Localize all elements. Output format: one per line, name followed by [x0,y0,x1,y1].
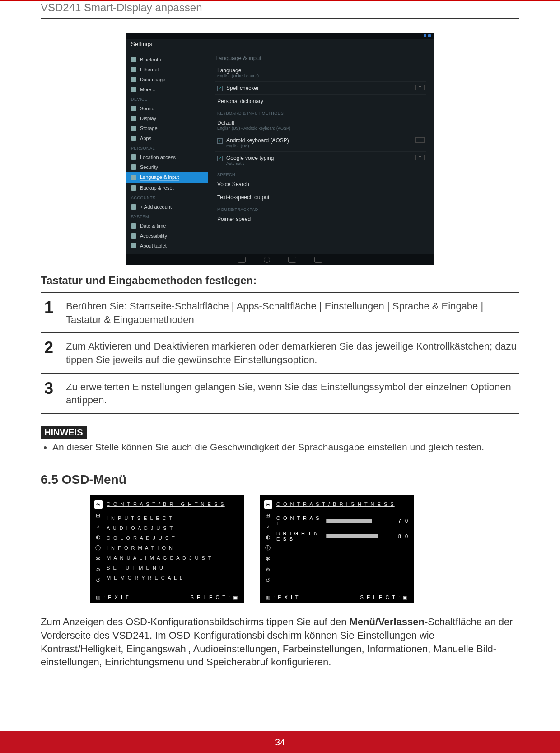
osd-slider-row[interactable]: B R I G H T N E S S8 0 [276,529,409,544]
android-setting-row[interactable]: Pointer speed [215,213,426,225]
android-setting-row[interactable]: Android keyboard (AOSP)English (US) [215,134,426,152]
setting-subtitle: English (US) - Android keyboard (AOSP) [217,126,290,131]
android-side-item[interactable]: Backup & reset [126,183,208,193]
android-setting-row[interactable]: Personal dictionary [215,95,426,108]
osd-category-icon[interactable]: ⚙ [264,566,272,574]
android-side-item[interactable]: Date & time [126,221,208,231]
android-side-item[interactable]: About tablet [126,241,208,251]
android-side-item-label: Apps [140,136,151,141]
settings-gear-icon[interactable] [415,155,425,160]
page-header-title: VSD241 Smart-Display anpassen [41,1,519,18]
page-number: 34 [275,737,285,748]
section-heading-6-5: 6.5 OSD-Menü [41,472,519,487]
sidebar-glyph-icon [131,164,136,170]
step-text: Berühren Sie: Startseite-Schaltfläche | … [66,299,519,326]
android-side-item[interactable]: Data usage [126,75,208,84]
hinweis-label: HINWEIS [41,426,87,439]
osd-slider-track[interactable] [326,519,392,523]
osd-menu-item[interactable]: I N F O R M A T I O N [107,543,239,553]
osd-select-hint: S E L E C T : ▣ [191,594,238,600]
osd-category-icon[interactable]: ⊞ [94,511,103,519]
osd-category-icon[interactable]: ↺ [94,576,103,585]
hinweis-item: An dieser Stelle können Sie auch die Ges… [52,442,519,453]
osd-menu-item[interactable]: A U D I O A D J U S T [107,523,239,533]
osd-category-icon[interactable]: ◐ [264,533,272,541]
android-side-item-label: Bluetooth [140,57,161,62]
settings-gear-icon[interactable] [415,85,425,90]
android-back-icon[interactable] [238,257,246,263]
sidebar-glyph-icon [131,154,136,160]
android-side-item[interactable]: Bluetooth [126,55,208,65]
step-number: 2 [41,340,57,366]
android-side-item[interactable]: Sound [126,103,208,113]
android-app-title: Settings [126,39,434,51]
osd-exit-hint: ▥ : E X I T [266,594,299,600]
sidebar-glyph-icon [131,175,136,180]
osd-category-icon[interactable]: ♪ [264,522,272,530]
checkbox-icon[interactable] [217,138,223,144]
osd-menu-item[interactable]: C O N T R A S T / B R I G H T N E S S [107,500,239,510]
osd-menu-item[interactable]: M A N U A L I M A G E A D J U S T [107,553,239,563]
android-setting-row[interactable]: Google voice typingAutomatic [215,152,426,169]
step-row: 1Berühren Sie: Startseite-Schaltfläche |… [41,293,519,333]
osd-category-icon[interactable]: ♪ [94,522,103,530]
android-setting-row[interactable]: LanguageEnglish (United States) [215,64,426,82]
android-side-item[interactable]: Storage [126,123,208,133]
osd-category-icon[interactable]: ⚙ [94,566,103,574]
android-side-item-label: Data usage [140,77,165,82]
android-section-head: KEYBOARD & INPUT METHODS [215,108,426,117]
android-side-item-label: Location access [140,154,176,160]
sidebar-glyph-icon [131,116,136,121]
android-setting-row[interactable]: Voice Search [215,178,426,191]
android-home-icon[interactable] [264,257,270,263]
osd-category-icon[interactable]: ⓘ [264,544,272,552]
android-side-item[interactable]: Security [126,162,208,172]
osd-slider-fill [327,519,372,523]
android-setting-row[interactable]: Spell checker [215,82,426,95]
android-side-item-label: Date & time [140,223,166,229]
osd-category-icon[interactable]: ↺ [264,576,272,585]
android-side-item[interactable]: Ethernet [126,65,208,75]
android-setting-row[interactable]: DefaultEnglish (US) - Android keyboard (… [215,117,426,134]
osd-slider-value: 7 0 [397,518,409,524]
setting-subtitle: English (US) [226,144,289,148]
osd-slider-track[interactable] [326,534,392,538]
android-side-section-label: PERSONAL [126,143,208,152]
osd-menu-item[interactable]: S E T U P M E N U [107,563,239,573]
osd-category-icon[interactable]: ⓘ [94,544,103,552]
android-section-head: SPEECH [215,169,426,178]
android-side-item[interactable]: Display [126,113,208,123]
sidebar-glyph-icon [131,106,136,111]
osd-category-icon[interactable]: ✱ [264,555,272,563]
android-side-item[interactable]: + Add account [126,202,208,212]
step-row: 3Zu erweiterten Einstellungen gelangen S… [41,374,519,414]
android-recents-icon[interactable] [288,257,296,263]
checkbox-icon[interactable] [217,156,223,161]
osd-category-icon[interactable]: ✱ [94,555,103,563]
osd-slider-row[interactable]: C O N T R A S T7 0 [276,513,409,529]
checkbox-icon[interactable] [217,86,223,91]
android-setting-row[interactable]: Text-to-speech output [215,191,426,204]
osd-menu-item[interactable]: I N P U T S E L E C T [107,513,239,523]
sidebar-glyph-icon [131,136,136,141]
settings-gear-icon[interactable] [415,137,425,143]
osd-menu-item[interactable]: M E M O R Y R E C A L L [107,573,239,583]
sidebar-glyph-icon [131,57,136,62]
android-nav-bar [126,254,434,265]
android-side-item[interactable]: Location access [126,152,208,162]
android-side-item[interactable]: Apps [126,133,208,143]
android-screenshot-icon[interactable] [314,257,322,263]
osd-slider-value: 8 0 [397,533,409,539]
android-side-item-label: Sound [140,106,154,111]
android-side-item-label: + Add account [140,204,172,210]
osd-category-icon[interactable]: ⊞ [264,511,272,519]
android-side-item[interactable]: More... [126,84,208,94]
android-side-item[interactable]: Language & input [126,172,208,183]
osd-category-icon[interactable]: ◐ [94,533,103,541]
android-side-item-label: Ethernet [140,67,159,72]
osd-menu-item[interactable]: C O L O R A D J U S T [107,533,239,543]
osd-category-icon[interactable]: ☀ [94,500,103,509]
android-side-item[interactable]: Accessibility [126,231,208,241]
osd-category-icon[interactable]: ☀ [264,500,272,509]
android-side-item-label: Backup & reset [140,185,174,191]
